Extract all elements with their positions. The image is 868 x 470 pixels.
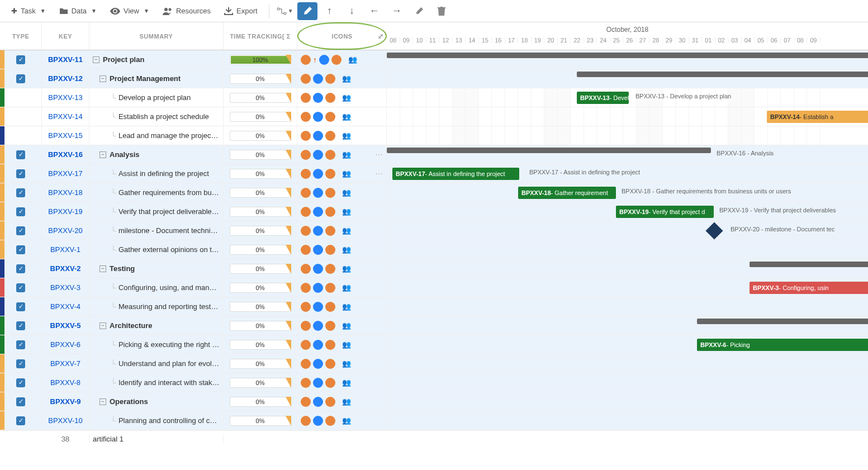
issue-key[interactable]: BPXXV-13 bbox=[42, 88, 89, 107]
move-down-button[interactable]: ↓ bbox=[342, 2, 362, 20]
status-icon[interactable] bbox=[301, 207, 311, 217]
assignee-icon[interactable]: 👥 bbox=[342, 74, 352, 84]
issue-key[interactable]: BPXXV-2 bbox=[42, 259, 89, 278]
gantt-row[interactable] bbox=[387, 69, 868, 88]
issue-key[interactable]: BPXXV-3 bbox=[42, 278, 89, 297]
gantt-row[interactable] bbox=[387, 126, 868, 145]
table-row[interactable]: ✓BPXXV-3└Configuring, using, and managin… bbox=[0, 278, 387, 297]
gantt-bar[interactable] bbox=[387, 148, 711, 153]
status-icon[interactable] bbox=[301, 397, 311, 407]
status-icon-2[interactable] bbox=[325, 321, 335, 331]
status-icon[interactable] bbox=[301, 416, 311, 426]
status-icon-2[interactable] bbox=[325, 112, 335, 122]
gantt-row[interactable]: BPXXV-18 - Gather requirementBPXXV-18 - … bbox=[387, 183, 868, 202]
assignee-icon[interactable]: 👥 bbox=[342, 321, 352, 331]
status-icon[interactable] bbox=[301, 150, 311, 160]
table-row[interactable]: ✓BPXXV-16−Analysis 0% 👥⋯ bbox=[0, 145, 387, 164]
type-icon[interactable] bbox=[313, 416, 323, 426]
status-icon[interactable] bbox=[301, 264, 311, 274]
gantt-bar[interactable] bbox=[697, 319, 868, 324]
status-icon-2[interactable] bbox=[325, 150, 335, 160]
delete-button[interactable] bbox=[431, 2, 452, 20]
edit-details-button[interactable] bbox=[409, 2, 429, 20]
gantt-bar[interactable]: BPXXV-18 - Gather requirement bbox=[518, 187, 616, 199]
status-icon[interactable] bbox=[301, 378, 311, 388]
gantt-row[interactable]: BPXXV-3 - Configuring, usin bbox=[387, 278, 868, 297]
status-icon-2[interactable] bbox=[325, 416, 335, 426]
view-menu[interactable]: View▼ bbox=[105, 3, 155, 18]
gantt-row[interactable] bbox=[387, 50, 868, 69]
gantt-bar[interactable]: BPXXV-13 - Devel bbox=[577, 92, 629, 104]
type-icon[interactable] bbox=[313, 93, 323, 103]
table-row[interactable]: BPXXV-14└Establish a project schedule 0%… bbox=[0, 107, 387, 126]
issue-key[interactable]: BPXXV-10 bbox=[42, 411, 89, 430]
status-icon[interactable] bbox=[301, 188, 311, 198]
status-icon[interactable] bbox=[301, 55, 311, 65]
type-icon[interactable] bbox=[313, 188, 323, 198]
header-type[interactable]: TYPE bbox=[0, 22, 42, 50]
status-icon[interactable] bbox=[301, 245, 311, 255]
gantt-row[interactable] bbox=[387, 316, 868, 335]
header-summary[interactable]: SUMMARY bbox=[89, 22, 224, 50]
gantt-row[interactable] bbox=[387, 240, 868, 259]
type-icon[interactable] bbox=[313, 340, 323, 350]
table-row[interactable]: ✓BPXXV-8└Identify and interact with stak… bbox=[0, 373, 387, 392]
task-menu[interactable]: ✚Task▼ bbox=[6, 3, 51, 18]
type-icon[interactable] bbox=[319, 55, 329, 65]
type-icon[interactable] bbox=[313, 397, 323, 407]
type-checkbox[interactable]: ✓ bbox=[16, 397, 25, 406]
tree-toggle[interactable]: − bbox=[99, 398, 106, 405]
type-checkbox[interactable]: ✓ bbox=[16, 74, 25, 83]
type-checkbox[interactable]: ✓ bbox=[16, 150, 25, 159]
export-button[interactable]: Export bbox=[219, 3, 263, 18]
table-row[interactable]: ✓BPXXV-17└Assist in defining the project… bbox=[0, 164, 387, 183]
gantt-row[interactable]: BPXXV-6 - Picking bbox=[387, 335, 868, 354]
type-icon[interactable] bbox=[313, 112, 323, 122]
type-icon[interactable] bbox=[313, 245, 323, 255]
status-icon-2[interactable] bbox=[325, 188, 335, 198]
type-checkbox[interactable]: ✓ bbox=[16, 207, 25, 216]
type-checkbox[interactable]: ✓ bbox=[16, 264, 25, 273]
assignee-icon[interactable]: 👥 bbox=[342, 378, 352, 388]
status-icon-2[interactable] bbox=[325, 207, 335, 217]
issue-key[interactable]: BPXXV-8 bbox=[42, 373, 89, 392]
gantt-row[interactable] bbox=[387, 392, 868, 411]
type-checkbox[interactable]: ✓ bbox=[16, 245, 25, 254]
table-row[interactable]: BPXXV-13└Develop a project plan 0% 👥 bbox=[0, 88, 387, 107]
issue-key[interactable]: BPXXV-5 bbox=[42, 316, 89, 335]
status-icon-2[interactable] bbox=[325, 131, 335, 141]
tree-toggle[interactable]: − bbox=[99, 265, 106, 272]
type-checkbox[interactable]: ✓ bbox=[16, 169, 25, 178]
gantt-bar[interactable]: BPXXV-17 - Assist in defining the projec… bbox=[392, 168, 519, 180]
table-row[interactable]: ✓BPXXV-9−Operations 0% 👥 bbox=[0, 392, 387, 411]
gantt-bar[interactable] bbox=[750, 262, 868, 267]
milestone-marker[interactable] bbox=[705, 222, 723, 239]
type-icon[interactable] bbox=[313, 226, 323, 236]
assignee-icon[interactable]: 👥 bbox=[348, 55, 358, 65]
status-icon[interactable] bbox=[301, 302, 311, 312]
status-icon-2[interactable] bbox=[325, 340, 335, 350]
assignee-icon[interactable]: 👥 bbox=[342, 302, 352, 312]
table-row[interactable]: ✓BPXXV-20└milestone - Document technical… bbox=[0, 221, 387, 240]
status-icon-2[interactable] bbox=[325, 397, 335, 407]
status-icon-2[interactable] bbox=[325, 226, 335, 236]
assignee-icon[interactable]: 👥 bbox=[342, 112, 352, 122]
assignee-icon[interactable]: 👥 bbox=[342, 283, 352, 293]
header-time[interactable]: TIME TRACKING[ Σ bbox=[224, 22, 297, 50]
status-icon[interactable] bbox=[301, 112, 311, 122]
gantt-row[interactable]: BPXXV-19 - Verify that project dBPXXV-19… bbox=[387, 202, 868, 221]
assignee-icon[interactable]: 👥 bbox=[342, 416, 352, 426]
status-icon-2[interactable] bbox=[325, 169, 335, 179]
assignee-icon[interactable]: 👥 bbox=[342, 397, 352, 407]
type-icon[interactable] bbox=[313, 207, 323, 217]
type-checkbox[interactable]: ✓ bbox=[16, 188, 25, 197]
gantt-bar[interactable] bbox=[387, 53, 868, 58]
table-row[interactable]: ✓BPXXV-19└Verify that project deliverabl… bbox=[0, 202, 387, 221]
link-mode-button[interactable]: ▼ bbox=[275, 2, 295, 20]
type-icon[interactable] bbox=[313, 150, 323, 160]
issue-key[interactable]: BPXXV-17 bbox=[42, 164, 89, 183]
gantt-row[interactable] bbox=[387, 411, 868, 430]
move-up-button[interactable]: ↑ bbox=[320, 2, 340, 20]
gantt-row[interactable]: BPXXV-14 - Establish a bbox=[387, 107, 868, 126]
type-icon[interactable] bbox=[313, 264, 323, 274]
